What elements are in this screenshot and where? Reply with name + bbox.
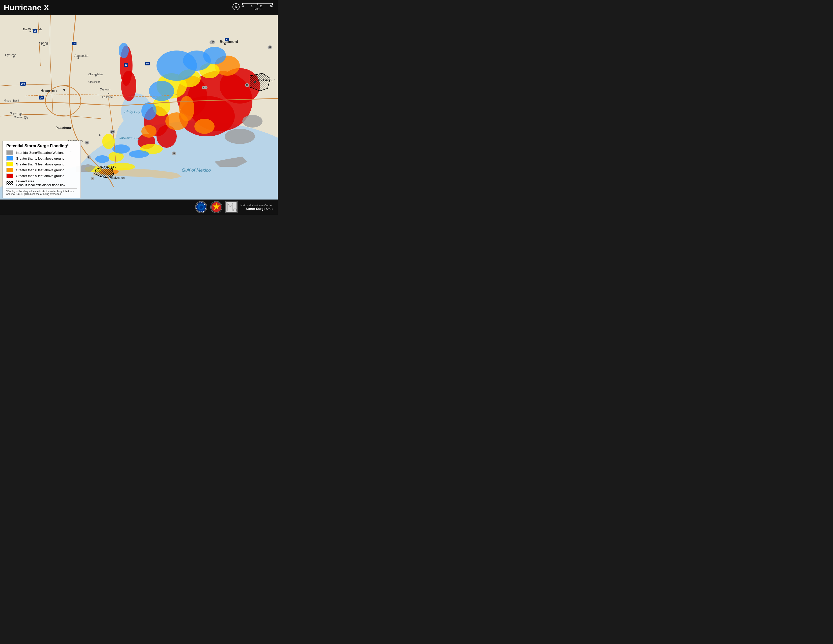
svg-text:Baytown: Baytown [100, 88, 110, 91]
noaa-logo: NOAA [195, 201, 207, 213]
svg-point-35 [119, 43, 129, 58]
nws-logo [210, 201, 222, 213]
scale-unit: Miles [242, 8, 273, 11]
svg-text:Gulf of Mexico: Gulf of Mexico [182, 168, 211, 173]
legend-item-orange: Greater than 6 feet above ground [6, 168, 77, 172]
legend-swatch-blue [6, 156, 13, 161]
svg-text:Atascocita: Atascocita [74, 54, 88, 58]
svg-text:6: 6 [92, 177, 93, 180]
svg-text:105: 105 [210, 41, 214, 43]
svg-text:73: 73 [246, 84, 248, 86]
svg-text:Cypress: Cypress [5, 53, 16, 57]
svg-point-34 [142, 102, 156, 120]
svg-point-46 [63, 89, 65, 91]
svg-point-125 [203, 211, 204, 212]
svg-point-19 [142, 125, 156, 138]
svg-text:90: 90 [125, 64, 127, 66]
svg-text:Missouri City: Missouri City [14, 116, 28, 119]
svg-point-127 [196, 208, 197, 209]
compass-icon: N [233, 3, 240, 10]
svg-point-126 [198, 211, 199, 212]
svg-point-56 [108, 93, 109, 94]
svg-point-32 [203, 47, 226, 64]
svg-text:96: 96 [85, 142, 88, 144]
svg-point-38 [95, 155, 109, 163]
svg-point-16 [165, 113, 188, 130]
svg-text:10: 10 [40, 97, 43, 99]
legend-swatch-gray [6, 150, 13, 155]
legend: Potential Storm Surge Flooding* Intertid… [3, 141, 81, 198]
page-title: Hurricane X [4, 3, 49, 12]
legend-label-blue: Greater than 1 foot above ground [16, 156, 64, 160]
svg-text:Port Arthur: Port Arthur [257, 78, 275, 82]
svg-point-49 [254, 81, 256, 83]
svg-point-122 [201, 202, 201, 203]
svg-point-123 [204, 204, 205, 204]
legend-item-blue: Greater than 1 foot above ground [6, 156, 77, 161]
svg-text:45: 45 [73, 42, 76, 45]
svg-text:Trinity Bay: Trinity Bay [124, 110, 140, 114]
legend-label-yellow: Greater than 3 feet above ground [16, 163, 64, 166]
svg-text:Sugar Land: Sugar Land [10, 112, 23, 115]
svg-text:Mission Bend: Mission Bend [4, 99, 19, 102]
svg-text:NOAA: NOAA [199, 211, 203, 213]
svg-text:146: 146 [111, 130, 114, 133]
svg-point-128 [198, 204, 198, 204]
footer: NOAA [0, 200, 278, 215]
footer-org-text: National Hurricane Center Storm Surge Un… [241, 204, 273, 211]
svg-text:Galveston: Galveston [111, 176, 125, 180]
svg-point-37 [129, 150, 149, 158]
svg-text:Beaumont: Beaumont [220, 39, 238, 44]
svg-text:87: 87 [269, 46, 271, 48]
legend-item-red: Greater than 9 feet above ground [6, 174, 77, 178]
legend-label-red: Greater than 9 feet above ground [16, 174, 64, 178]
svg-point-17 [195, 119, 215, 134]
svg-point-63 [100, 166, 102, 167]
svg-text:Galveston Bay: Galveston Bay [119, 136, 140, 140]
legend-title: Potential Storm Surge Flooding* [6, 144, 77, 148]
svg-point-40 [242, 115, 262, 127]
footer-logos: NOAA [195, 201, 273, 213]
svg-text:Texas City: Texas City [102, 165, 116, 169]
legend-item-levee: Leveed areaConsult local officials for f… [6, 179, 77, 187]
svg-point-50 [29, 31, 31, 32]
svg-point-120 [199, 205, 203, 209]
svg-text:Channelview: Channelview [88, 73, 103, 76]
svg-point-29 [102, 134, 115, 149]
scale-bar: N 0 6 12 18 Miles [233, 3, 273, 11]
svg-point-39 [225, 129, 255, 144]
svg-text:The Woodlands: The Woodlands [23, 28, 42, 31]
legend-item-yellow: Greater than 3 feet above ground [6, 162, 77, 166]
svg-text:Spring: Spring [39, 42, 48, 45]
legend-swatch-yellow [6, 162, 13, 166]
footer-org-name: National Hurricane Center [241, 204, 273, 207]
svg-point-124 [205, 208, 206, 209]
legend-item-gray: Intertidal Zone/Estuarine Wetland [6, 150, 77, 155]
nhc-logo [225, 201, 238, 213]
svg-text:3: 3 [88, 156, 89, 158]
svg-text:Cloverleaf: Cloverleaf [88, 80, 100, 83]
legend-label-levee: Leveed areaConsult local officials for f… [16, 179, 65, 187]
svg-point-33 [149, 81, 174, 101]
svg-text:90: 90 [146, 63, 149, 65]
svg-point-61 [99, 134, 100, 136]
legend-swatch-levee [6, 181, 13, 185]
legend-label-orange: Greater than 6 feet above ground [16, 168, 64, 172]
svg-text:Pasadena: Pasadena [56, 126, 71, 130]
legend-swatch-orange [6, 168, 13, 172]
legend-label-gray: Intertidal Zone/Estuarine Wetland [16, 151, 64, 155]
svg-text:124: 124 [203, 86, 206, 89]
svg-text:La Porte: La Porte [102, 95, 113, 98]
svg-text:Houston: Houston [40, 89, 57, 93]
svg-text:290: 290 [21, 82, 25, 85]
legend-swatch-red [6, 174, 13, 178]
scale-ruler: 0 6 12 18 Miles [242, 3, 273, 11]
svg-text:87: 87 [173, 152, 175, 155]
legend-footnote: *Displayed flooding values indicate the … [6, 188, 77, 195]
